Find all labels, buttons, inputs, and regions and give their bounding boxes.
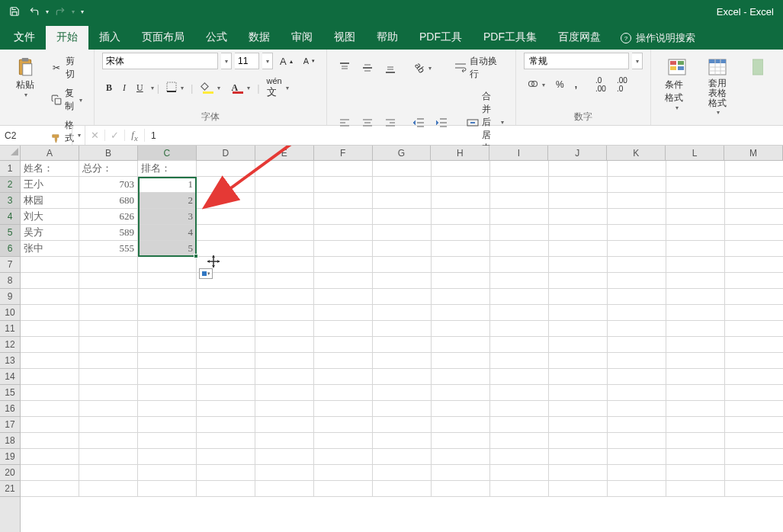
- cell[interactable]: [549, 385, 608, 401]
- cell[interactable]: [79, 305, 138, 321]
- row-header-16[interactable]: 16: [0, 401, 20, 417]
- cell[interactable]: [549, 401, 608, 417]
- cell[interactable]: 589: [79, 225, 138, 241]
- cell[interactable]: [490, 305, 549, 321]
- cell[interactable]: [373, 417, 432, 433]
- col-header-I[interactable]: I: [489, 146, 548, 161]
- cell[interactable]: [432, 305, 490, 321]
- cell[interactable]: [490, 241, 549, 257]
- cell[interactable]: [255, 209, 314, 225]
- cell[interactable]: [725, 273, 783, 289]
- italic-button[interactable]: I: [119, 80, 130, 96]
- cell[interactable]: [490, 321, 549, 337]
- row-header-21[interactable]: 21: [0, 481, 20, 497]
- cell[interactable]: [79, 433, 138, 449]
- cell[interactable]: [255, 465, 314, 481]
- bold-button[interactable]: B: [102, 80, 116, 96]
- cell[interactable]: [314, 305, 373, 321]
- cell[interactable]: 3: [138, 209, 197, 225]
- cell[interactable]: [549, 161, 608, 177]
- cell[interactable]: [725, 225, 783, 241]
- align-bottom-button[interactable]: [380, 59, 400, 76]
- cell[interactable]: [490, 337, 549, 353]
- cell[interactable]: [549, 465, 608, 481]
- row-header-1[interactable]: 1: [0, 161, 20, 177]
- row-header-10[interactable]: 10: [0, 305, 20, 321]
- cell[interactable]: [373, 305, 432, 321]
- cell[interactable]: [21, 305, 79, 321]
- cell[interactable]: [314, 289, 373, 305]
- cell[interactable]: [490, 273, 549, 289]
- cell[interactable]: [197, 177, 255, 193]
- cell[interactable]: [79, 417, 138, 433]
- cell[interactable]: [314, 257, 373, 273]
- cell[interactable]: [255, 481, 314, 497]
- col-header-E[interactable]: E: [255, 146, 314, 161]
- cell[interactable]: [432, 481, 490, 497]
- cell[interactable]: [549, 369, 608, 385]
- cell[interactable]: [608, 449, 666, 465]
- cell[interactable]: [79, 273, 138, 289]
- row-header-14[interactable]: 14: [0, 369, 20, 385]
- cell[interactable]: [197, 161, 255, 177]
- cell[interactable]: [314, 369, 373, 385]
- cell[interactable]: [138, 337, 197, 353]
- cell[interactable]: [197, 289, 255, 305]
- cell[interactable]: [549, 481, 608, 497]
- cell[interactable]: [666, 465, 725, 481]
- col-header-B[interactable]: B: [79, 146, 138, 161]
- row-header-9[interactable]: 9: [0, 289, 20, 305]
- cell[interactable]: [608, 481, 666, 497]
- cell[interactable]: [197, 225, 255, 241]
- cell[interactable]: 总分：: [79, 161, 138, 177]
- cell[interactable]: [21, 401, 79, 417]
- cell[interactable]: [549, 321, 608, 337]
- cell[interactable]: 703: [79, 177, 138, 193]
- cell[interactable]: 刘大: [21, 209, 79, 225]
- cell[interactable]: [21, 369, 79, 385]
- cell[interactable]: [725, 449, 783, 465]
- cell[interactable]: [490, 465, 549, 481]
- cell[interactable]: [255, 353, 314, 369]
- fill-handle[interactable]: [194, 254, 198, 258]
- cell[interactable]: [432, 401, 490, 417]
- cell[interactable]: [666, 289, 725, 305]
- cell[interactable]: 555: [79, 241, 138, 257]
- cell[interactable]: [725, 305, 783, 321]
- tell-me-search[interactable]: ? 操作说明搜索: [611, 27, 704, 50]
- cell[interactable]: [549, 417, 608, 433]
- cell[interactable]: [79, 321, 138, 337]
- cell[interactable]: [608, 337, 666, 353]
- cell[interactable]: [666, 481, 725, 497]
- cell[interactable]: [490, 225, 549, 241]
- cell[interactable]: [79, 465, 138, 481]
- cell[interactable]: [608, 321, 666, 337]
- cell[interactable]: [490, 417, 549, 433]
- cell[interactable]: [373, 209, 432, 225]
- cell[interactable]: [725, 353, 783, 369]
- cell[interactable]: [373, 225, 432, 241]
- cell[interactable]: [373, 353, 432, 369]
- row-header-2[interactable]: 2: [0, 177, 20, 193]
- row-header-6[interactable]: 6: [0, 241, 20, 257]
- cell[interactable]: [255, 401, 314, 417]
- cell[interactable]: [608, 385, 666, 401]
- cell[interactable]: [666, 177, 725, 193]
- cell[interactable]: [608, 401, 666, 417]
- cell[interactable]: [255, 321, 314, 337]
- cell[interactable]: [666, 257, 725, 273]
- cell[interactable]: [373, 433, 432, 449]
- cell[interactable]: 张中: [21, 241, 79, 257]
- row-header-18[interactable]: 18: [0, 433, 20, 449]
- font-size-dropdown[interactable]: ▾: [262, 53, 273, 69]
- cell[interactable]: [666, 225, 725, 241]
- cell[interactable]: [490, 193, 549, 209]
- col-header-H[interactable]: H: [431, 146, 489, 161]
- cell[interactable]: [373, 401, 432, 417]
- cell[interactable]: [373, 241, 432, 257]
- cell[interactable]: [666, 449, 725, 465]
- decrease-decimal-button[interactable]: .00.0: [613, 74, 631, 95]
- align-middle-button[interactable]: [358, 59, 377, 76]
- cell[interactable]: [79, 449, 138, 465]
- cell[interactable]: [608, 273, 666, 289]
